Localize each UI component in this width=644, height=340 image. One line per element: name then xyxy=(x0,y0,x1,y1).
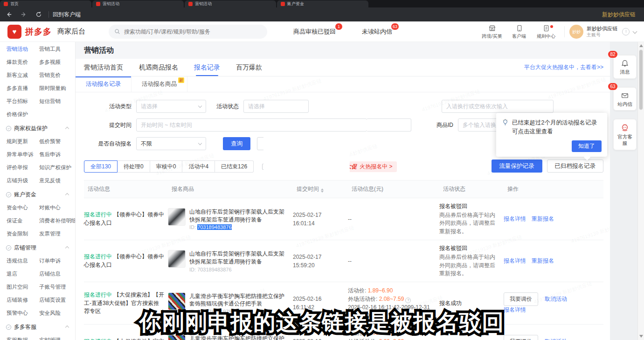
collapse-icon[interactable] xyxy=(65,126,69,130)
rail-消息[interactable]: 82消息 xyxy=(613,55,637,79)
subtab-活动报名记录[interactable]: 活动报名记录 xyxy=(76,76,132,92)
sidebar-item-违规信息[interactable]: 违规信息 xyxy=(7,257,39,264)
sidebar-item-异常单申诉[interactable]: 异常单申诉 xyxy=(7,151,39,158)
action-取消活动[interactable]: 取消活动 xyxy=(545,338,567,340)
activity-type-select[interactable]: 请选择 xyxy=(136,100,206,113)
sidebar-item-评价举报[interactable]: 评价举报 xyxy=(7,164,39,171)
browser-tab[interactable]: 首页 xyxy=(0,0,91,7)
sidebar-item-知识产权保护[interactable]: 知识产权保护 xyxy=(39,164,72,171)
sidebar-item-低价预警[interactable]: 低价预警 xyxy=(39,138,72,145)
tab-报名记录[interactable]: 报名记录 xyxy=(194,59,220,76)
traffic-protect-button[interactable]: 流量保护记录 xyxy=(492,160,542,173)
action-取消活动[interactable]: 取消活动 xyxy=(545,296,567,302)
browser-tab[interactable]: 营销活动 xyxy=(185,0,276,7)
action-我要调价[interactable]: 我要调价 xyxy=(504,292,538,306)
sidebar-item-意见反馈[interactable]: 意见反馈 xyxy=(39,177,72,184)
sidebar-item-资金限制[interactable]: 资金限制 xyxy=(7,230,39,237)
review-rejected-link[interactable]: 商品审核已驳回 1 xyxy=(293,28,336,36)
rail-站内信[interactable]: 63站内信 xyxy=(613,87,637,111)
activity-status-select[interactable]: 请选择 xyxy=(243,100,309,113)
scrollbar-thumb[interactable] xyxy=(639,49,643,110)
back-to-client-link[interactable]: 回到客户端 xyxy=(53,11,81,19)
status-chip-待处理0[interactable]: 待处理0 xyxy=(118,160,150,173)
action-报名详情[interactable]: 报名详情 xyxy=(504,215,526,222)
global-search[interactable] xyxy=(109,25,267,39)
action-报名详情[interactable]: 报名详情 xyxy=(504,257,526,264)
sidebar-row: 保证金消费者补偿明细 xyxy=(7,217,75,224)
sidebar-item-新客立减[interactable]: 新客立减 xyxy=(7,72,39,79)
sidebar-item-爆款竞价[interactable]: 爆款竞价 xyxy=(7,59,39,66)
sidebar-item-限时限量购[interactable]: 限时限量购 xyxy=(39,85,72,92)
sidebar-item-短信营销[interactable]: 短信营销 xyxy=(39,98,72,105)
subtab-活动报名商品[interactable]: 活动报名商品新 xyxy=(132,76,187,92)
status-chip-审核中0[interactable]: 审核中0 xyxy=(150,160,183,173)
sidebar-item-规则更新[interactable]: 规则更新 xyxy=(7,138,39,145)
header-divider xyxy=(564,26,565,37)
status-chip-活动中4[interactable]: 活动中4 xyxy=(182,160,215,173)
tab-百万爆款[interactable]: 百万爆款 xyxy=(236,59,262,76)
header-quicklink-客户端[interactable]: 客户端 xyxy=(506,24,533,40)
logout-icon[interactable] xyxy=(622,28,630,35)
sidebar-item-发票管理[interactable]: 发票管理 xyxy=(39,230,72,237)
scroll-up-icon[interactable] xyxy=(639,44,643,47)
got-it-button[interactable]: 知道了 xyxy=(572,140,602,152)
sidebar-item-店铺信息[interactable]: 店铺信息 xyxy=(39,271,72,278)
collapse-icon[interactable] xyxy=(65,193,69,196)
tab-营销活动首页[interactable]: 营销活动首页 xyxy=(84,59,123,76)
sidebar-item-店铺装修[interactable]: 店铺装修 xyxy=(7,297,39,304)
sidebar-item-营销工具[interactable]: 营销工具 xyxy=(39,46,72,53)
action-重新报名[interactable]: 重新报名 xyxy=(532,257,554,264)
unread-mail-link[interactable]: 未读站内信 63 xyxy=(362,28,392,36)
subtitle-caption: 你刚刚申报的这条链接是被报名驳回 xyxy=(0,308,644,337)
section-title: 店铺管理 xyxy=(14,244,36,252)
header-quicklink-跨境/买菜[interactable]: 跨境/买菜 xyxy=(478,24,506,40)
status-chip-已结束126[interactable]: 已结束126 xyxy=(215,160,254,173)
tab-机遇商品报名[interactable]: 机遇商品报名 xyxy=(139,59,178,76)
auto-signup-select[interactable]: 不限 xyxy=(136,137,206,150)
query-button[interactable]: 查询 xyxy=(223,137,250,150)
search-input[interactable] xyxy=(124,28,262,35)
sidebar-item-资金中心[interactable]: 资金中心 xyxy=(7,204,39,211)
rules-icon xyxy=(542,24,550,32)
avatar[interactable]: 妙妙 xyxy=(569,25,583,39)
sidebar-item-平台招标[interactable]: 平台招标 xyxy=(7,98,39,105)
archived-records-button[interactable]: 已归档报名记录 xyxy=(547,160,604,173)
sidebar-item-客服数据[interactable]: 客服数据 xyxy=(7,337,39,340)
sidebar-item-价格保护[interactable]: 价格保护 xyxy=(7,111,39,118)
sidebar-item-实时管理[interactable]: 实时管理 xyxy=(39,337,72,340)
back-icon[interactable] xyxy=(3,9,15,20)
reload-icon[interactable] xyxy=(33,9,45,20)
sidebar-item-图片空间[interactable]: 图片空间 xyxy=(7,284,39,291)
sidebar-item-营销竞价[interactable]: 营销竞价 xyxy=(39,72,72,79)
browser-tab[interactable]: 账户资金 xyxy=(277,0,368,7)
activity-info-cell: -- xyxy=(348,211,439,228)
sidebar-item-营销活动[interactable]: 营销活动 xyxy=(7,46,39,53)
help-icon[interactable]: ? xyxy=(405,298,411,303)
sidebar-item-对账中心[interactable]: 对账中心 xyxy=(39,204,72,211)
activity-id-input[interactable]: 入请换行或空格依次输入 xyxy=(442,100,554,113)
extra-input[interactable] xyxy=(367,118,411,132)
header-quicklink-规则中心[interactable]: 规则中心 xyxy=(533,24,560,40)
sidebar-item-店铺升级[interactable]: 店铺升级 xyxy=(7,177,39,184)
pinduoduo-logo-icon[interactable]: ♥ xyxy=(7,25,21,39)
sidebar-item-多多视频[interactable]: 多多视频 xyxy=(39,59,72,66)
chevron-down-icon[interactable] xyxy=(633,29,637,34)
action-重新报名[interactable]: 重新报名 xyxy=(532,215,554,222)
forward-icon[interactable] xyxy=(18,9,30,20)
page-scrollbar[interactable] xyxy=(637,42,644,340)
status-chip-全部130[interactable]: 全部130 xyxy=(84,160,118,173)
sort-icon[interactable] xyxy=(321,188,324,193)
sidebar-item-退店[interactable]: 退店 xyxy=(7,271,39,278)
sidebar-item-店铺页设置[interactable]: 店铺页设置 xyxy=(39,297,72,304)
submit-time-range-input[interactable]: 开始时间 ~ 结束时间 xyxy=(136,118,367,132)
sidebar-item-子账号管理[interactable]: 子账号管理 xyxy=(39,284,72,291)
collapse-icon[interactable] xyxy=(65,246,69,250)
sidebar-item-订单申诉[interactable]: 订单申诉 xyxy=(39,257,72,264)
browser-tab[interactable]: 营销活动 xyxy=(92,0,184,7)
sidebar-item-售后申诉[interactable]: 售后申诉 xyxy=(39,151,72,158)
sidebar-item-多多直播[interactable]: 多多直播 xyxy=(7,85,39,92)
sidebar-item-保证金[interactable]: 保证金 xyxy=(7,217,39,224)
sidebar-item-消费者补偿明细[interactable]: 消费者补偿明细 xyxy=(39,217,72,224)
promo-link[interactable]: 平台大促火热报名中，去看看>> xyxy=(524,63,603,71)
rail-官方客服[interactable]: 官方客服 xyxy=(613,119,637,150)
